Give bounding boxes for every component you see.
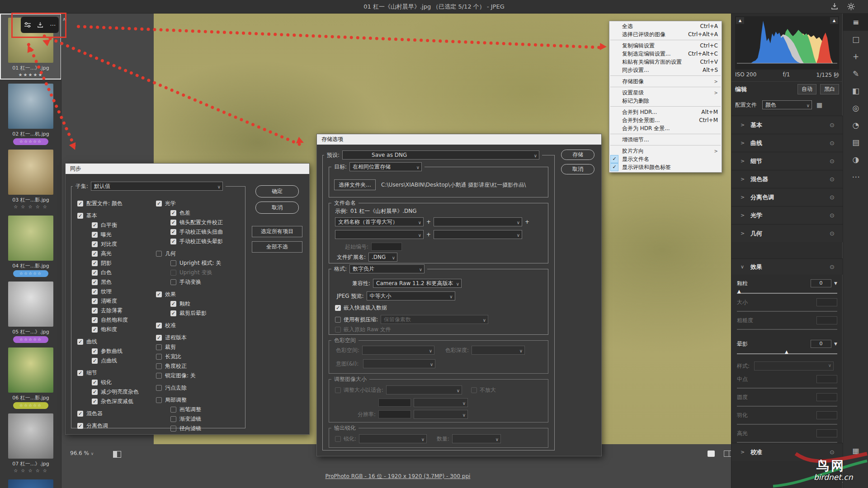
unchecked-checkbox[interactable] — [170, 416, 176, 422]
menu-item[interactable]: 复制编辑设置Ctrl+C — [609, 42, 722, 50]
image-format-link[interactable]: ProPhoto RGB - 16 位 - 1920 x 1920 (3.7MP… — [154, 473, 642, 480]
checked-checkbox[interactable]: ✓ — [170, 229, 176, 235]
deselect-all-button[interactable]: 全部不选 — [252, 241, 302, 253]
compat-dropdown[interactable]: Camera Raw 11.2 和更高版本∨ — [373, 279, 462, 288]
checked-checkbox[interactable]: ✓ — [77, 213, 83, 219]
shadow-clipping-icon[interactable]: ▲ — [736, 17, 744, 24]
profile-browser-icon[interactable]: ▦ — [816, 101, 822, 108]
menu-item[interactable]: ✓显示文件名 — [609, 155, 722, 163]
menu-item[interactable]: 选择已评级的图像Ctrl+Alt+A — [609, 30, 722, 38]
vignette-slider[interactable]: ▲ — [737, 353, 837, 354]
sync-cancel-button[interactable]: 取消 — [255, 202, 299, 214]
checked-checkbox[interactable]: ✓ — [77, 339, 83, 345]
checked-checkbox[interactable]: ✓ — [170, 301, 176, 307]
checked-checkbox[interactable]: ✓ — [170, 239, 176, 244]
unchecked-checkbox[interactable] — [170, 279, 176, 285]
unchecked-checkbox[interactable] — [156, 354, 162, 360]
menu-item[interactable]: 增强细节... — [609, 136, 722, 144]
eye-icon[interactable]: ⊙ — [830, 158, 835, 164]
eye-icon[interactable]: ⊙ — [830, 212, 835, 219]
unchecked-checkbox[interactable] — [156, 363, 162, 369]
checked-checkbox[interactable]: ✓ — [77, 423, 83, 429]
filmstrip-thumbnail[interactable]: 07 杠一...》.jpg☆ ☆ ☆ ☆ ☆ — [0, 409, 61, 475]
eye-icon[interactable]: ⊙ — [830, 194, 835, 201]
edit-tool[interactable]: ≡ — [843, 14, 868, 31]
star-rating[interactable]: ☆ ☆ ☆ ☆ ☆ — [0, 204, 61, 209]
menu-item[interactable]: ✓显示评级和颜色标签 — [609, 163, 722, 171]
checked-checkbox[interactable]: ✓ — [170, 220, 176, 225]
graduated-filter-tool[interactable]: ◧ — [843, 82, 868, 99]
filmstrip-thumbnail[interactable]: 04 杠一...影.jpg☆☆☆☆☆ — [0, 211, 61, 277]
sync-ok-button[interactable]: 确定 — [255, 185, 299, 197]
embed-fast-load-checkbox[interactable]: ✓ — [335, 305, 341, 311]
vignette-flyout-icon[interactable]: ▼ — [834, 342, 837, 346]
star-rating[interactable]: ★★★★★ — [0, 72, 61, 77]
unchecked-checkbox[interactable] — [156, 385, 162, 391]
grain-slider[interactable]: ▲ — [737, 293, 837, 294]
profile-dropdown[interactable]: 颜色∨ — [762, 100, 812, 109]
menu-item[interactable]: 全选Ctrl+A — [609, 22, 722, 30]
panels-tool[interactable]: ▤ — [843, 134, 868, 151]
panel-section-分离色调[interactable]: >分离色调⊙ — [731, 188, 843, 206]
before-after-view-icon[interactable] — [113, 451, 121, 458]
checked-checkbox[interactable]: ✓ — [92, 241, 98, 247]
snapshots-tool[interactable]: ◔ — [843, 117, 868, 134]
menu-item[interactable]: 同步设置...Alt+S — [609, 66, 722, 74]
vignette-value[interactable]: 0 — [811, 340, 831, 348]
checked-checkbox[interactable]: ✓ — [92, 308, 98, 314]
bw-button[interactable]: 黑白 — [820, 84, 839, 94]
dest-dropdown[interactable]: 在相同位置存储∨ — [349, 162, 422, 171]
panel-section-细节[interactable]: >细节⊙ — [731, 152, 843, 170]
checked-checkbox[interactable]: ✓ — [156, 291, 162, 297]
menu-item[interactable]: 粘贴有关编辑方面的设置Ctrl+V — [609, 58, 722, 66]
checked-checkbox[interactable]: ✓ — [92, 389, 98, 395]
radial-filter-tool[interactable]: ◎ — [843, 99, 868, 117]
naming-field-2[interactable]: ∨ — [434, 217, 522, 226]
unchecked-checkbox[interactable] — [170, 407, 176, 413]
highlight-clipping-icon[interactable]: ▲ — [830, 17, 838, 24]
checked-checkbox[interactable]: ✓ — [156, 201, 162, 206]
naming-field-3[interactable]: ∨ — [335, 230, 424, 239]
eye-icon[interactable]: ⊙ — [830, 263, 835, 270]
menu-item[interactable]: 设置星级> — [609, 89, 722, 97]
subset-dropdown[interactable]: 默认值∨ — [91, 182, 223, 191]
effects-header[interactable]: ∨ 效果 ⊙ — [731, 258, 843, 275]
checked-checkbox[interactable]: ✓ — [92, 260, 98, 266]
checked-checkbox[interactable]: ✓ — [92, 270, 98, 276]
color-label-rating-badge[interactable]: ☆☆☆☆☆ — [13, 270, 48, 277]
adjustment-brush-tool[interactable]: ✎ — [843, 65, 868, 82]
extension-dropdown[interactable]: .DNG∨ — [368, 253, 397, 262]
unchecked-checkbox[interactable] — [156, 344, 162, 350]
eye-icon[interactable]: ⊙ — [830, 122, 835, 128]
save-icon[interactable] — [830, 3, 839, 11]
panel-section-几何[interactable]: >几何⊙ — [731, 224, 843, 242]
panel-section-基本[interactable]: >基本⊙ — [731, 116, 843, 134]
naming-field-4[interactable]: ∨ — [434, 230, 522, 239]
checked-checkbox[interactable]: ✓ — [92, 279, 98, 285]
color-label-rating-badge[interactable]: ☆☆☆☆☆ — [13, 402, 48, 409]
lossy-compression-checkbox[interactable] — [335, 317, 341, 323]
checked-checkbox[interactable]: ✓ — [170, 310, 176, 316]
eye-icon[interactable]: ⊙ — [830, 140, 835, 146]
checked-checkbox[interactable]: ✓ — [92, 222, 98, 228]
checked-checkbox[interactable]: ✓ — [92, 298, 98, 304]
unchecked-checkbox[interactable] — [156, 373, 162, 379]
more-tool[interactable]: ⋯ — [843, 168, 868, 185]
unchecked-checkbox[interactable] — [170, 260, 176, 266]
grain-value[interactable]: 0 — [811, 279, 831, 287]
checked-checkbox[interactable]: ✓ — [77, 370, 83, 376]
checked-checkbox[interactable]: ✓ — [156, 323, 162, 328]
auto-button[interactable]: 自动 — [797, 84, 816, 94]
color-label-rating-badge[interactable]: ☆☆☆☆☆ — [13, 138, 48, 145]
menu-item[interactable]: 标记为删除 — [609, 97, 722, 105]
unchecked-checkbox[interactable] — [170, 426, 176, 432]
single-view-icon[interactable] — [708, 450, 715, 457]
eye-icon[interactable]: ⊙ — [830, 230, 835, 237]
presets-tool[interactable]: ◑ — [843, 151, 868, 168]
checked-checkbox[interactable]: ✓ — [92, 251, 98, 257]
save-button[interactable]: 存储 — [561, 150, 594, 160]
checked-checkbox[interactable]: ✓ — [92, 399, 98, 404]
menu-item[interactable]: 合并为 HDR 全景... — [609, 124, 722, 132]
menu-item[interactable]: 存储图像> — [609, 77, 722, 85]
checked-checkbox[interactable]: ✓ — [92, 358, 98, 364]
